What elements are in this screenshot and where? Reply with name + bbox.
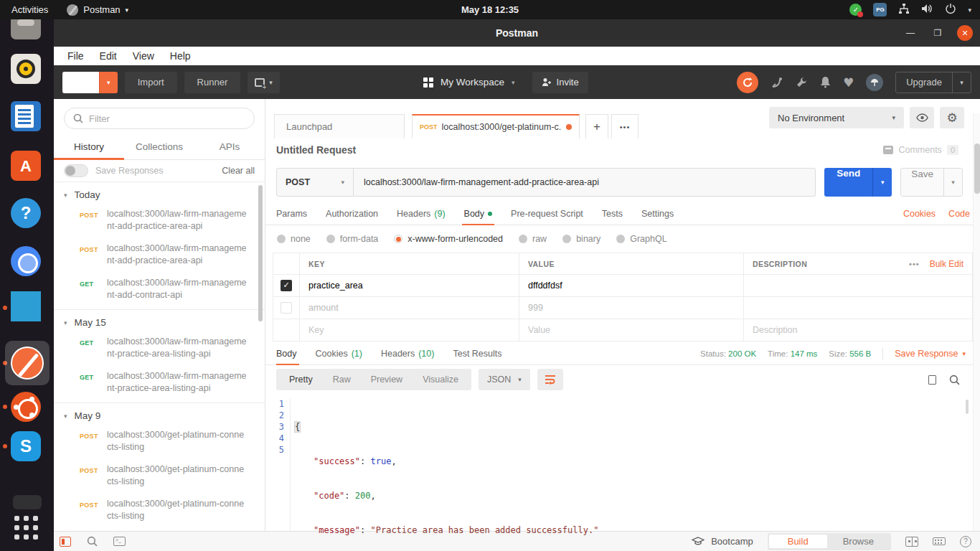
response-tab-cookies[interactable]: Cookies(1) [306, 342, 372, 364]
history-group-may9[interactable]: ▾ May 9 [54, 403, 265, 424]
description-cell[interactable] [743, 275, 972, 296]
tab-launchpad[interactable]: Launchpad [274, 114, 405, 138]
table-new-row[interactable]: Key Value Description [273, 319, 972, 342]
bell-icon[interactable] [820, 76, 831, 88]
dock-item-postman-active[interactable] [5, 341, 50, 385]
save-response-button[interactable]: Save Response ▾ [895, 349, 966, 359]
save-button[interactable]: Save ▾ [900, 168, 963, 197]
list-item[interactable]: POST localhost:3000/get-platinum-connect… [54, 493, 265, 527]
table-row[interactable]: ✓ practice_area dffddfdsf [273, 275, 972, 297]
console-button[interactable] [113, 537, 126, 546]
window-titlebar[interactable]: Postman — ❐ ✕ [54, 19, 980, 47]
tab-authorization[interactable]: Authorization [316, 203, 387, 225]
interceptor-icon[interactable] [866, 74, 883, 91]
dock-item-files[interactable] [11, 15, 44, 48]
key-cell[interactable]: practice_area [299, 275, 519, 296]
sync-icon[interactable] [737, 72, 758, 93]
bulk-edit-link[interactable]: Bulk Edit [930, 259, 963, 269]
checkbox-unchecked-icon[interactable] [281, 302, 292, 314]
clear-all-button[interactable]: Clear all [222, 166, 255, 176]
tab-pre-request-script[interactable]: Pre-request Script [501, 203, 593, 225]
invite-button[interactable]: Invite [532, 72, 588, 93]
dock-item-skype[interactable]: S [11, 431, 44, 464]
open-new-button[interactable]: ▾ [248, 72, 280, 93]
updates-ready-icon[interactable]: ✓ [849, 4, 862, 16]
tab-settings[interactable]: Settings [632, 203, 683, 225]
value-cell[interactable]: dffddfdsf [519, 275, 743, 296]
mode-graphql[interactable]: GraphQL [616, 234, 666, 244]
new-dropdown[interactable]: ▾ [99, 72, 118, 93]
dock-item-chromium[interactable] [11, 246, 44, 279]
show-applications-button[interactable] [14, 516, 47, 549]
toggle-sidebar-button[interactable] [60, 537, 71, 547]
response-body[interactable]: 1 2 3 4 5 { "success": true, "code": 200… [265, 394, 980, 531]
value-placeholder[interactable]: Value [519, 319, 743, 341]
description-cell[interactable] [743, 297, 972, 319]
activities-button[interactable]: Activities [11, 4, 48, 15]
workspace-selector[interactable]: My Workspace [440, 77, 504, 88]
workspace-grid-icon[interactable] [423, 77, 433, 88]
new-tab-button[interactable]: + [585, 114, 608, 138]
api-network-icon[interactable] [771, 76, 783, 89]
topbar-app-menu[interactable]: Postman ▾ [67, 4, 128, 16]
clock[interactable]: May 18 12:35 [0, 4, 980, 15]
url-input[interactable] [354, 168, 816, 197]
description-placeholder[interactable]: Description [743, 319, 972, 341]
list-item[interactable]: POST localhost:3000/get-platinum-connect… [54, 458, 265, 493]
mode-form-data[interactable]: form-data [326, 234, 379, 244]
checkbox-checked-icon[interactable]: ✓ [281, 280, 292, 291]
send-dropdown[interactable]: ▾ [872, 168, 892, 197]
send-button[interactable]: Send ▾ [824, 168, 892, 197]
view-preview[interactable]: Preview [361, 375, 413, 385]
history-group-today[interactable]: ▾ Today [54, 182, 265, 203]
import-button[interactable]: Import [125, 72, 177, 93]
mode-raw[interactable]: raw [519, 234, 547, 244]
mode-none[interactable]: none [277, 234, 311, 244]
settings-button[interactable]: ⚙ [940, 107, 964, 128]
environment-select[interactable]: No Environment ▾ [769, 107, 904, 128]
tab-apis[interactable]: APIs [194, 136, 265, 159]
format-select[interactable]: JSON ▾ [479, 369, 530, 390]
response-scrollbar[interactable] [966, 400, 969, 414]
list-item[interactable]: GET localhost:3000/law-firm-management-a… [54, 272, 265, 306]
save-dropdown[interactable]: ▾ [943, 169, 962, 196]
menu-file[interactable]: File [60, 50, 92, 62]
view-raw[interactable]: Raw [323, 375, 361, 385]
history-group-may15[interactable]: ▾ May 15 [54, 310, 265, 331]
chevron-down-icon[interactable]: ▾ [512, 79, 515, 86]
request-name[interactable]: Untitled Request [276, 144, 356, 156]
network-icon[interactable] [898, 3, 910, 17]
list-item[interactable]: GET localhost:3000/law-firm-management-p… [54, 365, 265, 400]
table-options-button[interactable]: ••• [909, 260, 920, 268]
key-cell[interactable]: amount [299, 297, 519, 319]
tab-headers[interactable]: Headers(9) [387, 203, 455, 225]
table-row[interactable]: amount 999 [273, 297, 972, 319]
tab-options-button[interactable]: ••• [611, 114, 639, 138]
dock-item-ubuntu[interactable] [11, 392, 44, 425]
tab-history[interactable]: History [54, 136, 124, 159]
cookies-link[interactable]: Cookies [903, 209, 936, 219]
dock-item-help[interactable]: ? [11, 198, 44, 231]
tab-tests[interactable]: Tests [593, 203, 632, 225]
environment-eye-button[interactable] [910, 107, 934, 128]
list-item[interactable]: GET localhost:3000/law-firm-management-p… [54, 331, 265, 365]
sidebar-scrollbar[interactable] [258, 185, 263, 321]
key-placeholder[interactable]: Key [299, 319, 519, 341]
upgrade-dropdown[interactable]: ▾ [952, 72, 971, 93]
tab-collections[interactable]: Collections [124, 136, 194, 159]
shortcuts-button[interactable] [933, 537, 946, 545]
filter-input[interactable] [89, 113, 245, 124]
tab-body[interactable]: Body [455, 203, 502, 225]
runner-button[interactable]: Runner [184, 72, 241, 93]
view-pretty[interactable]: Pretty [279, 375, 323, 385]
response-tab-test-results[interactable]: Test Results [443, 342, 511, 364]
list-item[interactable]: POST localhost:3000/law-firm-management-… [54, 203, 265, 237]
mode-binary[interactable]: binary [562, 234, 600, 244]
menu-edit[interactable]: Edit [92, 50, 125, 62]
dock-item-vscode[interactable] [11, 291, 44, 324]
response-tab-headers[interactable]: Headers(10) [372, 342, 443, 364]
tab-params[interactable]: Params [276, 203, 316, 225]
value-cell[interactable]: 999 [519, 297, 743, 319]
method-select[interactable]: POST ▾ [276, 168, 354, 197]
search-response-icon[interactable] [949, 375, 960, 385]
